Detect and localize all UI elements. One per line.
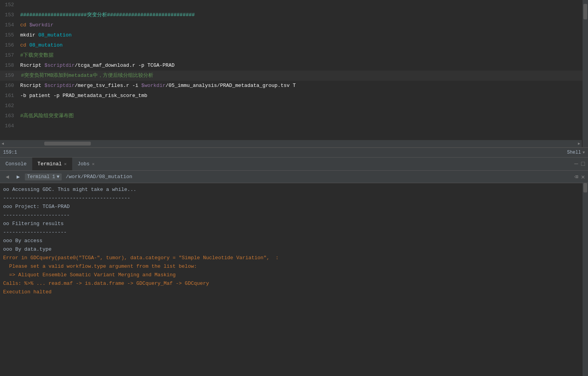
- panel-controls: ─ □: [574, 158, 588, 170]
- line-content-160: Rscript $scriptdir/merge_tsv_files.r -i …: [19, 81, 296, 91]
- terminal-scrollbar-thumb[interactable]: [583, 183, 587, 192]
- line-number-164: 164: [0, 121, 19, 131]
- code-line-153: 153 ######################突变分析##########…: [0, 10, 588, 20]
- code-line-156: 156 cd 08_mutation: [0, 40, 588, 50]
- editor-h-scrollbar[interactable]: ◀ ▶: [0, 140, 582, 147]
- terminal-output[interactable]: oo Accessing GDC. This might take a whil…: [0, 183, 588, 376]
- code-line-164: 164: [0, 121, 588, 131]
- line-content-153: ######################突变分析##############…: [19, 10, 195, 20]
- terminal-selector[interactable]: Terminal 1 ▼: [25, 173, 62, 180]
- terminal-text: oo Accessing GDC. This might take a whil…: [3, 185, 585, 296]
- line-number-156: 156: [0, 40, 19, 50]
- line-number-161: 161: [0, 91, 19, 101]
- editor-v-scrollbar[interactable]: [583, 0, 588, 147]
- status-right: Shell ▼: [567, 150, 585, 155]
- scroll-left-arrow[interactable]: ◀: [0, 141, 5, 146]
- bottom-panel: Console Terminal ✕ Jobs ✕ ─ □ ◀ ▶ Termin…: [0, 158, 588, 376]
- panel-tabs: Console Terminal ✕ Jobs ✕ ─ □: [0, 158, 588, 171]
- status-bar: 159:1 Shell ▼: [0, 147, 588, 158]
- code-line-159: 159 #突变负荷TMB添加到metadata中，方便后续分组比较分析: [0, 71, 588, 81]
- line-content-154: cd $workdir: [19, 20, 54, 30]
- line-number-162: 162: [0, 101, 19, 111]
- terminal-v-scrollbar[interactable]: [583, 183, 588, 376]
- code-line-162: 162: [0, 101, 588, 111]
- editor-v-scrollbar-thumb[interactable]: [583, 4, 587, 19]
- code-line-158: 158 Rscript $scriptdir/tcga_maf_download…: [0, 61, 588, 71]
- line-content-158: Rscript $scriptdir/tcga_maf_download.r -…: [19, 61, 175, 71]
- line-content-159: #突变负荷TMB添加到metadata中，方便后续分组比较分析: [19, 71, 153, 81]
- tab-terminal-close[interactable]: ✕: [64, 161, 67, 166]
- code-line-155: 155 mkdir 08_mutation: [0, 30, 588, 40]
- scroll-right-arrow[interactable]: ▶: [576, 141, 582, 146]
- line-number-155: 155: [0, 30, 19, 40]
- terminal-right-buttons: ⌫ ✕: [574, 173, 585, 181]
- forward-button[interactable]: ▶: [14, 173, 23, 181]
- tab-jobs-label: Jobs: [78, 161, 90, 167]
- line-content-156: cd 08_mutation: [19, 40, 62, 50]
- code-line-160: 160 Rscript $scriptdir/merge_tsv_files.r…: [0, 81, 588, 91]
- line-number-158: 158: [0, 61, 19, 71]
- code-line-152: 152: [0, 0, 588, 10]
- minimize-button[interactable]: ─: [574, 161, 578, 168]
- line-content-161: -b patient -p PRAD_metadata_risk_score_t…: [19, 91, 147, 101]
- maximize-button[interactable]: □: [581, 161, 585, 168]
- status-dropdown-arrow[interactable]: ▼: [583, 151, 585, 155]
- tab-console-label: Console: [5, 161, 27, 167]
- status-position: 159:1: [3, 150, 17, 155]
- code-lines: 152 153 ######################突变分析######…: [0, 0, 588, 131]
- terminal-toolbar: ◀ ▶ Terminal 1 ▼ /work/PRAD/08_mutation …: [0, 171, 588, 183]
- tab-terminal-label: Terminal: [38, 161, 62, 167]
- terminal-path: /work/PRAD/08_mutation: [66, 174, 132, 180]
- code-line-154: 154 cd $workdir: [0, 20, 588, 30]
- line-content-155: mkdir 08_mutation: [19, 30, 72, 40]
- line-content-163: #高低风险组突变瀑布图: [19, 111, 74, 121]
- clear-button[interactable]: ⌫: [574, 173, 578, 181]
- line-content-157: #下载突变数据: [19, 50, 54, 61]
- line-number-154: 154: [0, 20, 19, 30]
- tab-terminal[interactable]: Terminal ✕: [32, 158, 72, 170]
- terminal-selector-arrow: ▼: [57, 174, 59, 180]
- tab-jobs[interactable]: Jobs ✕: [72, 158, 100, 170]
- back-button[interactable]: ◀: [3, 173, 12, 181]
- close-terminal-button[interactable]: ✕: [581, 173, 585, 181]
- line-number-160: 160: [0, 81, 19, 91]
- code-editor: 152 153 ######################突变分析######…: [0, 0, 588, 147]
- code-line-163: 163 #高低风险组突变瀑布图: [0, 111, 588, 121]
- line-number-163: 163: [0, 111, 19, 121]
- terminal-selector-label: Terminal 1: [27, 174, 55, 180]
- tab-console[interactable]: Console: [0, 158, 32, 170]
- line-number-159: 159: [0, 71, 19, 81]
- tab-jobs-close[interactable]: ✕: [92, 161, 95, 166]
- editor-scrollbar-track[interactable]: [5, 142, 576, 146]
- line-number-153: 153: [0, 10, 19, 20]
- editor-scrollbar-thumb[interactable]: [44, 142, 91, 146]
- code-line-161: 161 -b patient -p PRAD_metadata_risk_sco…: [0, 91, 588, 101]
- line-number-157: 157: [0, 50, 19, 61]
- status-language[interactable]: Shell: [567, 150, 581, 155]
- code-line-157: 157 #下载突变数据: [0, 50, 588, 61]
- line-number-152: 152: [0, 0, 19, 10]
